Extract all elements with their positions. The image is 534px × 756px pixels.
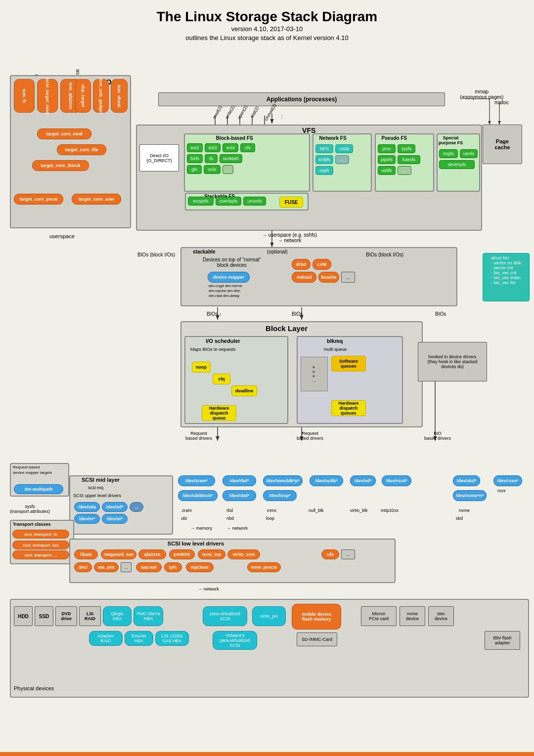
fs-ecryptfs: ecryptfs — [188, 197, 214, 206]
cfq-box: cfq — [213, 374, 230, 384]
block-fs-title: Block-based FS — [216, 135, 253, 141]
fs-dots1: ... — [222, 165, 233, 174]
syscall-open: open(2) — [236, 104, 248, 120]
noop-box: noop — [192, 362, 211, 373]
vmware-pvscsi-box: VMware'spara-virtualizedSCSI — [213, 631, 257, 650]
syscall-dots: ⋮ — [279, 114, 284, 119]
drv-mmc: mmc — [267, 508, 277, 513]
direct-io-box: Direct I/O(O_DIRECT) — [139, 144, 179, 171]
scsi-mid-layer-title: SCSI mid layer — [82, 477, 120, 483]
drv-ubi: ubi — [181, 516, 187, 521]
blkmq-title: blkmq — [327, 338, 343, 344]
bio-based-drivers-label: BIObased drivers — [424, 431, 451, 441]
nvme-device-box: nvmedevice — [400, 606, 425, 626]
virtio-pci-box: virtio_pci — [252, 606, 286, 626]
footer: The Linux Storage Stack Diagram http://w… — [0, 752, 534, 756]
dm-raid-label: dm-raid dm-delay — [209, 294, 239, 298]
fs-proc: proc — [378, 144, 396, 153]
multi-queue-label: multi queue — [324, 347, 347, 352]
lsi-sas-hba-box: LSI 12GbsSAS HBA — [155, 631, 189, 646]
drv-qla2xxx: qla2xxx — [138, 549, 166, 559]
drv-mpt3sas: mpt3sas — [186, 562, 214, 572]
stec-device-box: stecdevice — [428, 606, 454, 626]
scsi-low-level-section: SCSI low level drivers — [69, 539, 396, 583]
io-scheduler-section: I/O scheduler Maps BIOs to requests — [184, 336, 288, 424]
dev-rsxx-star: /dev/rsxx* — [493, 475, 522, 486]
blkmq-visual: ≡≡≡... — [301, 357, 328, 391]
network-fs-title: Network FS — [319, 135, 347, 141]
fs-ext4: ext4 — [222, 143, 238, 152]
adaptec-raid-box: AdaptecRAID — [89, 631, 123, 646]
fs-ext2: ext2 — [187, 143, 203, 152]
drv-megaraid-sas: megaraid_sas — [101, 549, 136, 559]
dm-crypt-label: dm-crypt dm-mirror — [209, 284, 242, 288]
stackable-label: stackable — [193, 249, 216, 254]
fs-ifs: ifs — [205, 154, 218, 163]
drv-iscsi-tcp: iscsi_tcp — [198, 549, 225, 559]
mdraid-box: mdraid — [292, 272, 316, 283]
drv-dots-ll: ... — [341, 549, 355, 559]
bios-label-left: BIOs (block I/Os) — [137, 252, 175, 257]
fs-iso9660: iso9660 — [220, 154, 242, 163]
drv-virtio-blk: virtio_blk — [350, 508, 368, 513]
tcm-fc: tcm_fc — [14, 79, 35, 113]
tcm-vhost: tcm_vhost — [111, 79, 128, 113]
drv-rsxx: rsxx — [497, 488, 506, 493]
dvd-box: DVDdrive — [55, 606, 77, 626]
syscall-write: write(2) — [224, 105, 236, 120]
target-core-file: target_core_file — [57, 144, 106, 155]
drv-null-blk: null_blk — [309, 508, 324, 513]
dev-dots-1: ... — [130, 502, 143, 512]
page-wrapper: The Linux Storage Stack Diagram version … — [0, 0, 534, 756]
request-based-drivers-right: Requestbased drivers — [297, 431, 323, 441]
pseudo-fs-title: Pseudo FS — [382, 135, 407, 141]
fs-btrfs: btrfs — [187, 154, 203, 163]
scsi-transport-fc: scsi_transport_fc — [12, 530, 69, 539]
fs-smbfs: smbfs — [315, 155, 333, 164]
dm-cache-label: dm-cache dm-thin — [209, 289, 240, 293]
drv-pm8001: pm8001 — [169, 549, 195, 559]
mmap-label: mmap(anonymous pages) — [460, 89, 503, 100]
micron-pcie-box: MicronPCIe card — [361, 606, 397, 626]
qlogic-hba-box: QlogicHBA — [103, 606, 132, 626]
fs-ocfs: ocfs — [204, 165, 221, 174]
drv-loop: loop — [266, 516, 274, 521]
maps-bios-label: Maps BIOs to requests — [190, 347, 236, 352]
physical-devices-label: Physical devices — [14, 685, 54, 691]
drv-vmw-pvscsi: vmw_pvscsi — [247, 562, 281, 572]
drbd-box: drbd — [292, 259, 311, 270]
scsi-transport-sas: scsi_transport_sas — [12, 541, 69, 549]
syscall-stat: stat(2) — [249, 106, 260, 119]
hdd-box: HDD — [14, 606, 33, 626]
emulex-hba-box: EmulexHBA — [125, 631, 153, 646]
dev-zram-star: /dev/zram* — [178, 475, 215, 486]
tcm-usb-gadget: tcm_usb_gadget — [93, 79, 109, 113]
dm-multipath-box: dm-multipath — [14, 484, 63, 494]
fs-overlayfs: overlayfs — [216, 197, 241, 206]
dev-skd-star: /dev/skd* — [453, 475, 480, 486]
drv-ufs-ll: ufs — [321, 549, 339, 559]
page-cache-box: Pagecache — [483, 125, 522, 164]
lvm-box: LVM — [312, 259, 331, 270]
dev-mmcblk-star: /dev/mmcblk*p* — [263, 475, 303, 486]
dev-sda: /dev/sda — [74, 502, 100, 512]
io-scheduler-title: I/O scheduler — [206, 338, 240, 344]
special-fs-title: Specialpurpose FS — [439, 135, 463, 145]
device-mapper-box: device mapper — [208, 272, 250, 283]
target-core-mod: target_core_mod — [37, 128, 91, 139]
pmc-sierra-hba-box: PMC-SierraHBA — [134, 606, 163, 626]
scsi-mq-label: scsi-mq — [88, 485, 103, 490]
drv-skd: skd — [456, 516, 463, 521]
target-core-iblock: target_core_iblock — [32, 160, 89, 171]
drv-lpfc: lpfc — [164, 562, 182, 572]
userspace-network-label: → userspace (e.g. sshfs)→ network — [262, 232, 317, 243]
ssd-box: SSD — [35, 606, 53, 626]
dev-rssd-star: /dev/rssd* — [382, 475, 411, 486]
fs-pipefs: pipefs — [378, 155, 396, 164]
subtitle: version 4.10, 2017-03-10 outlines the Li… — [5, 25, 529, 42]
drv-nvme: nvme — [459, 508, 470, 513]
malloc-label: malloc — [494, 100, 509, 105]
para-virt-scsi-box: para-virtualizedSCSI — [203, 606, 247, 626]
drv-ahci: ahci — [74, 562, 92, 572]
dev-rbd-star: /dev/rbd* — [222, 475, 256, 486]
